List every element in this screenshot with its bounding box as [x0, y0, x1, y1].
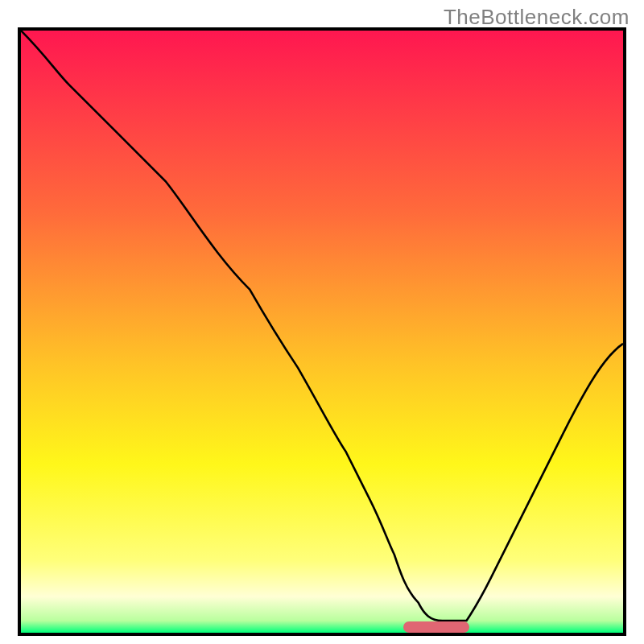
- bottleneck-curve-path: [21, 31, 623, 621]
- optimal-range-marker: [403, 621, 469, 633]
- chart-frame: TheBottleneck.com: [0, 0, 644, 644]
- chart-plot-area: [18, 27, 626, 636]
- watermark-text: TheBottleneck.com: [444, 5, 630, 30]
- chart-curve: [21, 31, 623, 633]
